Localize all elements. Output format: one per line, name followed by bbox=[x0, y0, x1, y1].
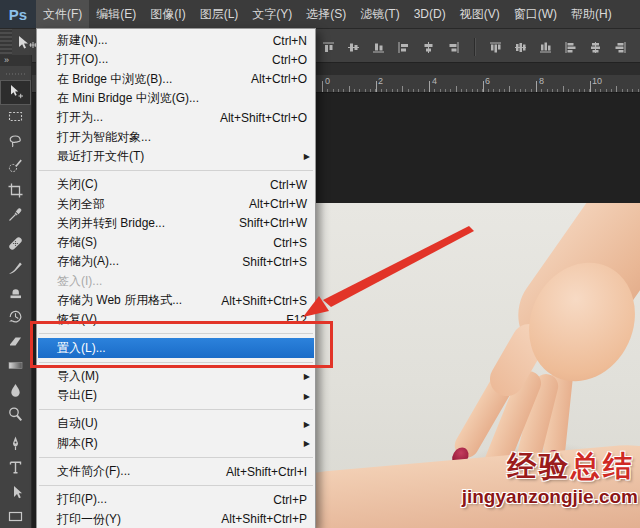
menu-separator bbox=[39, 485, 313, 486]
menu-item-file-info[interactable]: 文件简介(F)...Alt+Shift+Ctrl+I bbox=[37, 462, 315, 481]
blur-tool-button[interactable] bbox=[0, 378, 31, 403]
ruler-label: 6 bbox=[485, 76, 490, 86]
menu-item-place[interactable]: 置入(L)... bbox=[38, 338, 314, 357]
watermark-title: 经验总结 bbox=[507, 447, 635, 487]
distribute-top-edges-icon[interactable] bbox=[489, 41, 502, 54]
submenu-arrow-icon: ▶ bbox=[304, 419, 310, 428]
menu-separator bbox=[39, 170, 313, 171]
menubar-item-3d[interactable]: 3D(D) bbox=[407, 0, 453, 28]
menu-item-open-recent[interactable]: 最近打开文件(T)▶ bbox=[37, 147, 315, 166]
crop-tool-button[interactable] bbox=[0, 178, 31, 203]
align-vertical-centers-icon[interactable] bbox=[347, 41, 360, 54]
menubar-item-layer[interactable]: 图层(L) bbox=[193, 0, 246, 28]
ruler-label: 0 bbox=[325, 76, 330, 86]
menu-separator bbox=[39, 409, 313, 410]
quick-selection-tool-button[interactable] bbox=[0, 154, 31, 179]
photoshop-window: 经验总结 jingyanzongjie.com 0 2 4 6 8 10 bbox=[0, 0, 640, 528]
ruler-label: 10 bbox=[592, 76, 602, 86]
menu-item-browse-in-bridge[interactable]: 在 Bridge 中浏览(B)...Alt+Ctrl+O bbox=[37, 70, 315, 89]
menubar-item-type[interactable]: 文字(Y) bbox=[245, 0, 299, 28]
tools-panel: » bbox=[0, 55, 32, 528]
watermark-title-part1: 经验 bbox=[507, 450, 571, 482]
menu-separator bbox=[39, 457, 313, 458]
menu-item-close-all[interactable]: 关闭全部Alt+Ctrl+W bbox=[37, 194, 315, 213]
menu-item-print-one-copy[interactable]: 打印一份(Y)Alt+Shift+Ctrl+P bbox=[37, 510, 315, 528]
submenu-arrow-icon: ▶ bbox=[304, 391, 310, 400]
menu-bar: Ps 文件(F) 编辑(E) 图像(I) 图层(L) 文字(Y) 选择(S) 滤… bbox=[0, 0, 640, 29]
submenu-arrow-icon: ▶ bbox=[304, 372, 310, 381]
distribute-left-edges-icon[interactable] bbox=[564, 41, 577, 54]
marquee-tool-button[interactable] bbox=[0, 105, 31, 130]
distribute-horizontal-centers-icon[interactable] bbox=[589, 41, 602, 54]
brush-tool-button[interactable] bbox=[0, 256, 31, 281]
options-separator bbox=[474, 38, 475, 56]
collapse-panel-button[interactable]: » bbox=[0, 55, 31, 66]
watermark-title-part2: 总结 bbox=[571, 450, 635, 482]
menu-item-close-and-go-to-bridge[interactable]: 关闭并转到 Bridge...Shift+Ctrl+W bbox=[37, 214, 315, 233]
file-menu-dropdown: 新建(N)...Ctrl+N 打开(O)...Ctrl+O 在 Bridge 中… bbox=[36, 28, 316, 528]
dodge-tool-button[interactable] bbox=[0, 403, 31, 428]
align-right-edges-icon[interactable] bbox=[447, 41, 460, 54]
menu-separator bbox=[39, 333, 313, 334]
menu-item-close[interactable]: 关闭(C)Ctrl+W bbox=[37, 175, 315, 194]
menubar-item-image[interactable]: 图像(I) bbox=[143, 0, 192, 28]
ruler-label: 4 bbox=[432, 76, 437, 86]
menu-item-print[interactable]: 打印(P)...Ctrl+P bbox=[37, 490, 315, 509]
align-bottom-edges-icon[interactable] bbox=[372, 41, 385, 54]
menu-item-browse-in-mini-bridge[interactable]: 在 Mini Bridge 中浏览(G)... bbox=[37, 89, 315, 108]
healing-brush-tool-button[interactable] bbox=[0, 231, 31, 256]
menu-item-new[interactable]: 新建(N)...Ctrl+N bbox=[37, 31, 315, 50]
gradient-tool-button[interactable] bbox=[0, 354, 31, 379]
ruler-label: 2 bbox=[378, 76, 383, 86]
align-horizontal-centers-icon[interactable] bbox=[422, 41, 435, 54]
menu-item-check-in: 签入(I)... bbox=[37, 272, 315, 291]
menu-item-open-as-smart-object[interactable]: 打开为智能对象... bbox=[37, 127, 315, 146]
menubar-item-file[interactable]: 文件(F) bbox=[36, 0, 89, 28]
submenu-arrow-icon: ▶ bbox=[304, 152, 310, 161]
eyedropper-tool-button[interactable] bbox=[0, 203, 31, 228]
ruler-label: 8 bbox=[539, 76, 544, 86]
distribute-bottom-edges-icon[interactable] bbox=[539, 41, 552, 54]
clone-stamp-tool-button[interactable] bbox=[0, 280, 31, 305]
menubar-item-filter[interactable]: 滤镜(T) bbox=[353, 0, 406, 28]
menubar-item-view[interactable]: 视图(V) bbox=[453, 0, 507, 28]
menu-item-import[interactable]: 导入(M)▶ bbox=[37, 367, 315, 386]
align-top-edges-icon[interactable] bbox=[322, 41, 335, 54]
photoshop-logo: Ps bbox=[0, 0, 36, 28]
lasso-tool-button[interactable] bbox=[0, 129, 31, 154]
submenu-arrow-icon: ▶ bbox=[304, 439, 310, 448]
move-tool-button[interactable] bbox=[0, 80, 31, 105]
menu-item-export[interactable]: 导出(E)▶ bbox=[37, 386, 315, 405]
menu-item-save-as[interactable]: 存储为(A)...Shift+Ctrl+S bbox=[37, 252, 315, 271]
rectangle-tool-button[interactable] bbox=[0, 505, 31, 528]
menu-item-open-as[interactable]: 打开为...Alt+Shift+Ctrl+O bbox=[37, 108, 315, 127]
menubar-item-help[interactable]: 帮助(H) bbox=[564, 0, 619, 28]
menu-item-save[interactable]: 存储(S)Ctrl+S bbox=[37, 233, 315, 252]
alignment-buttons bbox=[322, 38, 640, 56]
distribute-right-edges-icon[interactable] bbox=[614, 41, 627, 54]
menu-separator bbox=[39, 362, 313, 363]
menubar-item-edit[interactable]: 编辑(E) bbox=[89, 0, 143, 28]
align-left-edges-icon[interactable] bbox=[397, 41, 410, 54]
path-selection-tool-button[interactable] bbox=[0, 480, 31, 505]
pen-tool-button[interactable] bbox=[0, 431, 31, 456]
menu-item-scripts[interactable]: 脚本(R)▶ bbox=[37, 434, 315, 453]
history-brush-tool-button[interactable] bbox=[0, 305, 31, 330]
eraser-tool-button[interactable] bbox=[0, 329, 31, 354]
distribute-vertical-centers-icon[interactable] bbox=[514, 41, 527, 54]
menu-item-revert[interactable]: 恢复(V)F12 bbox=[37, 310, 315, 329]
menu-item-open[interactable]: 打开(O)...Ctrl+O bbox=[37, 50, 315, 69]
watermark-url: jingyanzongjie.com bbox=[462, 486, 638, 508]
panel-grip[interactable] bbox=[6, 70, 25, 77]
type-tool-button[interactable] bbox=[0, 456, 31, 481]
menu-item-save-for-web[interactable]: 存储为 Web 所用格式...Alt+Shift+Ctrl+S bbox=[37, 291, 315, 310]
menubar-item-select[interactable]: 选择(S) bbox=[299, 0, 353, 28]
menu-item-automate[interactable]: 自动(U)▶ bbox=[37, 414, 315, 433]
menubar-item-window[interactable]: 窗口(W) bbox=[507, 0, 564, 28]
